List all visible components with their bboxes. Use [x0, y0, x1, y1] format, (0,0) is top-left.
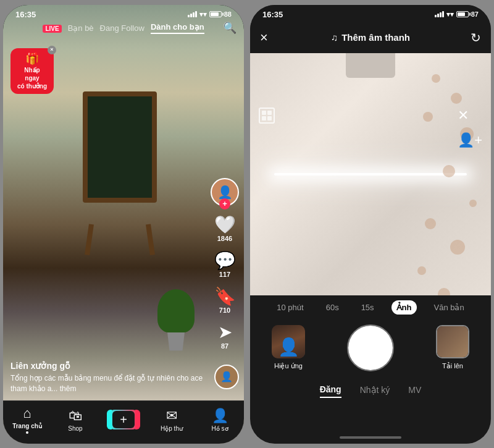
bottom-navigation: ⌂ Trang chủ 🛍 Shop + ✉ Hộp thư 👤 Hồ sơ — [3, 400, 244, 444]
chalkboard-leg — [85, 224, 94, 255]
wall-pattern — [346, 53, 491, 320]
music-note-icon: ♫ — [331, 32, 338, 43]
inbox-icon: ✉ — [166, 408, 177, 424]
plant-decoration — [157, 289, 195, 345]
effect-label: Hiệu ứng — [274, 362, 303, 370]
tab-photo[interactable]: Ảnh — [391, 300, 417, 315]
tab-mv[interactable]: MV — [408, 385, 421, 397]
home-indicator — [340, 436, 401, 439]
tab-15s[interactable]: 15s — [356, 300, 379, 315]
creator-avatar[interactable]: 👤 + — [211, 178, 239, 206]
video-info: Liên xưởng gỗ Tổng hợp các mẫu bảng menu… — [10, 361, 207, 394]
wifi-icon: ▾▾ — [446, 11, 454, 19]
refresh-button[interactable]: ↻ — [471, 30, 481, 45]
tab-text[interactable]: Văn bản — [429, 300, 469, 315]
status-icons: ▾▾ 88 — [188, 11, 232, 19]
bookmark-action[interactable]: 🔖 710 — [214, 288, 236, 314]
share-count: 87 — [221, 342, 228, 350]
post-tabs: Đăng Nhật ký MV — [250, 376, 491, 407]
nav-live[interactable]: LIVE — [43, 23, 61, 33]
plant-pot — [165, 332, 187, 351]
comment-icon: 💬 — [214, 252, 236, 269]
left-phone: 16:35 ▾▾ 88 LIVE Bạn bè Đang — [3, 5, 244, 444]
status-bar: 16:35 ▾▾ 88 — [3, 5, 244, 22]
active-indicator — [26, 431, 28, 434]
close-icon[interactable]: × — [48, 46, 56, 54]
shop-icon: 🛍 — [69, 408, 82, 424]
chalkboard-leg — [146, 224, 155, 255]
add-button[interactable]: + — [109, 410, 138, 429]
battery-icon — [456, 11, 469, 17]
status-bar: 16:35 ▾▾ 87 — [250, 5, 491, 22]
chalkboard-decoration — [83, 91, 157, 227]
profile-label: Hồ sơ — [212, 425, 228, 432]
status-icons: ▾▾ 87 — [435, 11, 479, 19]
bookmark-count: 710 — [219, 306, 230, 314]
nav-friends[interactable]: Bạn bè — [68, 23, 94, 33]
upload-label: Tải lên — [442, 362, 463, 370]
home-label: Trang chủ — [12, 423, 42, 429]
header-title: ♫ Thêm âm thanh — [331, 32, 410, 43]
promo-line1: Nhấp ngay — [17, 66, 48, 82]
video-description: Tổng hợp các mẫu bảng menu để đặt gỗ tự … — [10, 373, 207, 394]
top-navigation: LIVE Bạn bè Đang Follow Dành cho bạn 🔍 — [3, 22, 244, 34]
tab-post[interactable]: Đăng — [320, 384, 341, 398]
tab-add[interactable]: + — [99, 410, 148, 429]
tab-diary[interactable]: Nhật ký — [360, 385, 390, 397]
plant-leaves — [157, 289, 195, 332]
duration-tabs: 10 phút 60s 15s Ảnh Văn bản — [250, 295, 491, 320]
tab-10min[interactable]: 10 phút — [272, 300, 308, 315]
battery-percent: 88 — [224, 11, 232, 18]
tab-60s[interactable]: 60s — [321, 300, 344, 315]
battery-icon — [209, 11, 222, 17]
upload-thumbnail — [436, 325, 469, 358]
camera-header: × ♫ Thêm âm thanh ↻ — [250, 22, 491, 53]
right-phone: 16:35 ▾▾ 87 × ♫ Thêm âm thanh — [250, 5, 491, 444]
live-badge: LIVE — [43, 25, 61, 33]
add-person-icon[interactable]: 👤+ — [458, 132, 482, 148]
battery-percent: 87 — [471, 11, 479, 18]
flash-off-icon[interactable]: ✕ — [458, 108, 482, 124]
tab-inbox[interactable]: ✉ Hộp thư — [148, 408, 196, 432]
camera-tools: ✕ 👤+ — [458, 108, 482, 148]
camera-controls: Hiệu ứng Tải lên — [250, 320, 491, 376]
effect-button[interactable]: Hiệu ứng — [272, 325, 305, 370]
creator-username[interactable]: Liên xưởng gỗ — [10, 361, 207, 371]
follow-button[interactable]: + — [219, 198, 230, 209]
signal-icon — [435, 11, 444, 17]
nav-for-you[interactable]: Dành cho bạn — [151, 22, 204, 34]
music-avatar: 👤 — [214, 365, 239, 389]
tab-shop[interactable]: 🛍 Shop — [51, 408, 99, 432]
gift-icon: 🎁 — [17, 52, 48, 66]
like-action[interactable]: 🤍 1846 — [214, 216, 236, 242]
inbox-label: Hộp thư — [161, 425, 183, 432]
bookmark-icon: 🔖 — [214, 288, 236, 305]
camera-preview[interactable]: ✕ 👤+ — [250, 53, 491, 320]
shutter-button[interactable] — [348, 326, 393, 370]
promo-badge[interactable]: 🎁 Nhấp ngay có thưởng × — [10, 48, 54, 94]
share-icon: ➤ — [218, 324, 232, 341]
tab-profile[interactable]: 👤 Hồ sơ — [196, 408, 244, 432]
header-title-text: Thêm âm thanh — [341, 32, 410, 43]
share-action[interactable]: ➤ 87 — [218, 324, 232, 350]
effect-thumbnail — [272, 325, 305, 358]
tab-home[interactable]: ⌂ Trang chủ — [3, 405, 51, 434]
shop-label: Shop — [68, 425, 82, 432]
chalkboard-frame — [83, 91, 157, 203]
profile-icon: 👤 — [212, 408, 228, 424]
comment-action[interactable]: 💬 117 — [214, 252, 236, 278]
time-display: 16:35 — [15, 10, 36, 19]
nav-following[interactable]: Đang Follow — [100, 23, 144, 33]
grid-icon — [259, 108, 275, 124]
heart-icon: 🤍 — [214, 216, 236, 234]
home-icon: ⌂ — [23, 405, 31, 421]
search-icon[interactable]: 🔍 — [223, 21, 237, 35]
grid-overlay-button[interactable] — [259, 108, 275, 124]
time-display: 16:35 — [262, 10, 283, 19]
close-button[interactable]: × — [260, 30, 268, 46]
action-buttons: 👤 + 🤍 1846 💬 117 🔖 710 ➤ 87 — [211, 178, 239, 350]
like-count: 1846 — [217, 235, 232, 242]
upload-button[interactable]: Tải lên — [436, 325, 469, 370]
signal-icon — [188, 11, 197, 17]
comment-count: 117 — [219, 271, 230, 278]
